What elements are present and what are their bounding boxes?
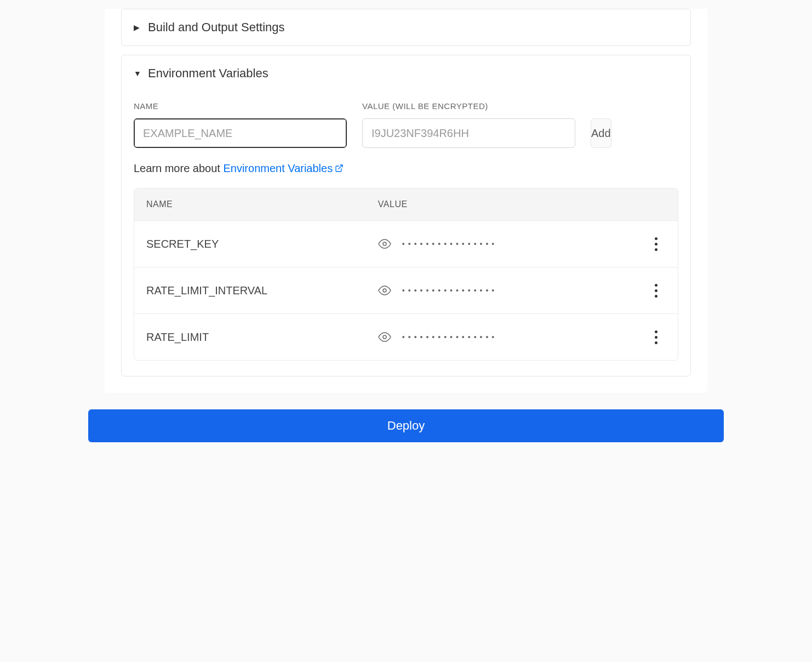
env-vars-body: Name Value (will be encrypted) Add Learn… [122,92,690,376]
build-settings-title: Build and Output Settings [148,20,285,35]
env-vars-table-header: NAME VALUE [134,189,678,220]
build-settings-panel: ▶ Build and Output Settings [121,9,691,46]
external-link-icon [335,164,344,173]
build-settings-toggle[interactable]: ▶ Build and Output Settings [122,9,690,45]
learn-more-link[interactable]: Environment Variables [223,162,344,174]
row-menu-button[interactable] [646,234,666,254]
svg-point-1 [383,242,386,246]
chevron-down-icon: ▼ [134,69,141,78]
add-env-var-button[interactable]: Add [591,118,611,148]
table-value-header: VALUE [378,199,633,209]
env-var-masked-value: •••••••••••••••• [402,333,498,341]
table-row: SECRET_KEY•••••••••••••••• [134,220,678,267]
env-var-value-cell: •••••••••••••••• [378,284,633,297]
env-var-name: SECRET_KEY [146,238,378,250]
table-name-header: NAME [146,199,378,209]
env-value-input[interactable] [362,118,575,148]
env-var-value-cell: •••••••••••••••• [378,237,633,250]
config-container: ▶ Build and Output Settings ▼ Environmen… [105,9,707,393]
value-field-label: Value (will be encrypted) [362,101,575,111]
name-field-group: Name [134,101,347,148]
svg-line-0 [339,165,342,169]
svg-point-2 [383,289,386,292]
learn-more-prefix: Learn more about [134,162,223,174]
chevron-right-icon: ▶ [134,23,141,32]
env-var-input-row: Name Value (will be encrypted) Add [134,101,678,148]
svg-point-3 [383,335,386,339]
eye-icon[interactable] [378,284,391,297]
env-var-masked-value: •••••••••••••••• [402,287,498,294]
eye-icon[interactable] [378,330,391,344]
eye-icon[interactable] [378,237,391,250]
row-menu-button[interactable] [646,327,666,347]
table-row: RATE_LIMIT•••••••••••••••• [134,313,678,360]
row-menu-button[interactable] [646,281,666,300]
env-vars-toggle[interactable]: ▼ Environment Variables [122,55,690,92]
env-var-name: RATE_LIMIT [146,331,378,344]
add-button-group: Add [591,118,678,148]
name-field-label: Name [134,101,347,111]
deploy-button[interactable]: Deploy [88,409,724,442]
value-field-group: Value (will be encrypted) [362,101,575,148]
env-name-input[interactable] [134,118,347,148]
table-row: RATE_LIMIT_INTERVAL•••••••••••••••• [134,267,678,313]
env-var-value-cell: •••••••••••••••• [378,330,633,344]
env-vars-table: NAME VALUE SECRET_KEY••••••••••••••••RAT… [134,188,678,361]
env-var-masked-value: •••••••••••••••• [402,240,498,248]
learn-more-text: Learn more about Environment Variables [134,162,678,175]
env-vars-panel: ▼ Environment Variables Name Value (will… [121,55,691,376]
env-vars-title: Environment Variables [148,66,268,81]
env-var-name: RATE_LIMIT_INTERVAL [146,284,378,297]
